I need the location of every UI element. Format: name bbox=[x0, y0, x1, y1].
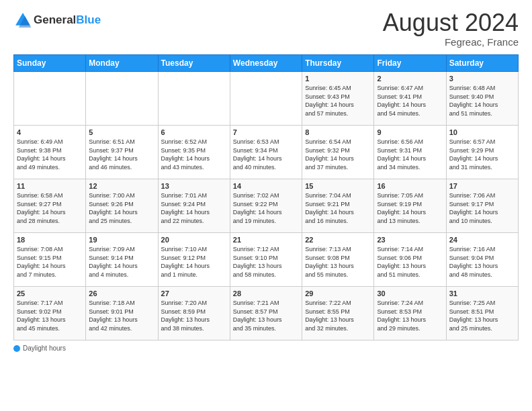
calendar-table: SundayMondayTuesdayWednesdayThursdayFrid… bbox=[13, 54, 519, 340]
week-row-2: 4Sunrise: 6:49 AMSunset: 9:38 PMDaylight… bbox=[14, 126, 519, 179]
day-number: 31 bbox=[449, 289, 515, 298]
day-cell: 27Sunrise: 7:20 AMSunset: 8:59 PMDayligh… bbox=[158, 287, 230, 340]
day-cell: 20Sunrise: 7:10 AMSunset: 9:12 PMDayligh… bbox=[158, 233, 230, 287]
day-info: Sunrise: 6:52 AMSunset: 9:35 PMDaylight:… bbox=[161, 138, 227, 171]
day-info: Sunrise: 7:14 AMSunset: 9:06 PMDaylight:… bbox=[377, 245, 443, 279]
day-cell: 30Sunrise: 7:24 AMSunset: 8:53 PMDayligh… bbox=[374, 287, 446, 340]
day-cell: 11Sunrise: 6:58 AMSunset: 9:27 PMDayligh… bbox=[14, 179, 86, 233]
day-cell: 19Sunrise: 7:09 AMSunset: 9:14 PMDayligh… bbox=[86, 233, 158, 287]
logo: GeneralBlue bbox=[13, 11, 101, 30]
day-cell: 23Sunrise: 7:14 AMSunset: 9:06 PMDayligh… bbox=[374, 233, 446, 287]
day-info: Sunrise: 7:04 AMSunset: 9:21 PMDaylight:… bbox=[305, 191, 371, 225]
day-info: Sunrise: 7:24 AMSunset: 8:53 PMDaylight:… bbox=[377, 299, 443, 332]
day-number: 22 bbox=[305, 236, 371, 244]
day-info: Sunrise: 7:06 AMSunset: 9:17 PMDaylight:… bbox=[449, 191, 515, 225]
day-info: Sunrise: 7:22 AMSunset: 8:55 PMDaylight:… bbox=[305, 299, 371, 332]
day-cell: 16Sunrise: 7:05 AMSunset: 9:19 PMDayligh… bbox=[374, 179, 446, 233]
day-cell: 22Sunrise: 7:13 AMSunset: 9:08 PMDayligh… bbox=[302, 233, 374, 287]
day-number: 15 bbox=[305, 182, 371, 190]
day-info: Sunrise: 7:09 AMSunset: 9:14 PMDaylight:… bbox=[89, 245, 154, 279]
day-number: 12 bbox=[89, 182, 154, 190]
logo-general: General bbox=[34, 13, 76, 26]
day-info: Sunrise: 7:12 AMSunset: 9:10 PMDaylight:… bbox=[233, 245, 299, 279]
week-row-5: 25Sunrise: 7:17 AMSunset: 9:02 PMDayligh… bbox=[14, 287, 519, 340]
day-cell: 12Sunrise: 7:00 AMSunset: 9:26 PMDayligh… bbox=[86, 179, 158, 233]
day-number: 10 bbox=[449, 128, 515, 136]
day-info: Sunrise: 7:05 AMSunset: 9:19 PMDaylight:… bbox=[377, 191, 443, 225]
day-number: 27 bbox=[161, 289, 227, 298]
day-header-thursday: Thursday bbox=[302, 55, 374, 72]
day-cell: 31Sunrise: 7:25 AMSunset: 8:51 PMDayligh… bbox=[446, 287, 518, 340]
day-header-tuesday: Tuesday bbox=[158, 55, 230, 72]
day-info: Sunrise: 7:02 AMSunset: 9:22 PMDaylight:… bbox=[233, 191, 299, 225]
day-cell: 6Sunrise: 6:52 AMSunset: 9:35 PMDaylight… bbox=[158, 126, 230, 179]
daylight-dot bbox=[13, 345, 20, 352]
day-info: Sunrise: 7:10 AMSunset: 9:12 PMDaylight:… bbox=[161, 245, 227, 279]
day-header-saturday: Saturday bbox=[446, 55, 518, 72]
day-cell: 26Sunrise: 7:18 AMSunset: 9:01 PMDayligh… bbox=[86, 287, 158, 340]
day-info: Sunrise: 7:25 AMSunset: 8:51 PMDaylight:… bbox=[449, 299, 515, 332]
day-cell: 18Sunrise: 7:08 AMSunset: 9:15 PMDayligh… bbox=[14, 233, 86, 287]
day-header-sunday: Sunday bbox=[14, 55, 86, 72]
day-number: 2 bbox=[377, 75, 443, 83]
day-number: 26 bbox=[89, 289, 154, 298]
day-cell bbox=[14, 72, 86, 126]
day-cell bbox=[230, 72, 302, 126]
day-number: 5 bbox=[89, 128, 154, 136]
day-cell: 17Sunrise: 7:06 AMSunset: 9:17 PMDayligh… bbox=[446, 179, 518, 233]
day-info: Sunrise: 6:49 AMSunset: 9:38 PMDaylight:… bbox=[17, 138, 83, 171]
day-number: 20 bbox=[161, 236, 227, 244]
day-cell: 8Sunrise: 6:54 AMSunset: 9:32 PMDaylight… bbox=[302, 126, 374, 179]
day-number: 6 bbox=[161, 128, 227, 136]
day-number: 28 bbox=[233, 289, 299, 298]
day-number: 9 bbox=[377, 128, 443, 136]
day-cell: 29Sunrise: 7:22 AMSunset: 8:55 PMDayligh… bbox=[302, 287, 374, 340]
day-info: Sunrise: 6:54 AMSunset: 9:32 PMDaylight:… bbox=[305, 138, 371, 171]
day-info: Sunrise: 6:53 AMSunset: 9:34 PMDaylight:… bbox=[233, 138, 299, 171]
day-number: 4 bbox=[17, 128, 83, 136]
day-number: 1 bbox=[305, 75, 371, 83]
day-info: Sunrise: 6:56 AMSunset: 9:31 PMDaylight:… bbox=[377, 138, 443, 171]
day-header-friday: Friday bbox=[374, 55, 446, 72]
page: GeneralBlue August 2024 Fegreac, France … bbox=[0, 0, 532, 359]
day-number: 21 bbox=[233, 236, 299, 244]
day-cell: 24Sunrise: 7:16 AMSunset: 9:04 PMDayligh… bbox=[446, 233, 518, 287]
day-cell: 25Sunrise: 7:17 AMSunset: 9:02 PMDayligh… bbox=[14, 287, 86, 340]
day-number: 24 bbox=[449, 236, 515, 244]
day-info: Sunrise: 7:00 AMSunset: 9:26 PMDaylight:… bbox=[89, 191, 154, 225]
day-number: 8 bbox=[305, 128, 371, 136]
day-number: 13 bbox=[161, 182, 227, 190]
logo-icon bbox=[13, 11, 32, 30]
day-cell: 21Sunrise: 7:12 AMSunset: 9:10 PMDayligh… bbox=[230, 233, 302, 287]
day-number: 7 bbox=[233, 128, 299, 136]
header: GeneralBlue August 2024 Fegreac, France bbox=[13, 11, 519, 48]
header-row: SundayMondayTuesdayWednesdayThursdayFrid… bbox=[14, 55, 519, 72]
day-cell: 4Sunrise: 6:49 AMSunset: 9:38 PMDaylight… bbox=[14, 126, 86, 179]
day-cell: 3Sunrise: 6:48 AMSunset: 9:40 PMDaylight… bbox=[446, 72, 518, 126]
week-row-3: 11Sunrise: 6:58 AMSunset: 9:27 PMDayligh… bbox=[14, 179, 519, 233]
day-header-monday: Monday bbox=[86, 55, 158, 72]
week-row-1: 1Sunrise: 6:45 AMSunset: 9:43 PMDaylight… bbox=[14, 72, 519, 126]
day-info: Sunrise: 7:21 AMSunset: 8:57 PMDaylight:… bbox=[233, 299, 299, 332]
location: Fegreac, France bbox=[383, 36, 519, 48]
day-cell: 28Sunrise: 7:21 AMSunset: 8:57 PMDayligh… bbox=[230, 287, 302, 340]
day-header-wednesday: Wednesday bbox=[230, 55, 302, 72]
day-cell: 7Sunrise: 6:53 AMSunset: 9:34 PMDaylight… bbox=[230, 126, 302, 179]
day-info: Sunrise: 7:17 AMSunset: 9:02 PMDaylight:… bbox=[17, 299, 83, 332]
day-info: Sunrise: 7:20 AMSunset: 8:59 PMDaylight:… bbox=[161, 299, 227, 332]
day-cell: 1Sunrise: 6:45 AMSunset: 9:43 PMDaylight… bbox=[302, 72, 374, 126]
day-number: 29 bbox=[305, 289, 371, 298]
day-number: 19 bbox=[89, 236, 154, 244]
month-year: August 2024 bbox=[383, 11, 519, 35]
day-cell: 9Sunrise: 6:56 AMSunset: 9:31 PMDaylight… bbox=[374, 126, 446, 179]
day-number: 18 bbox=[17, 236, 83, 244]
day-info: Sunrise: 6:45 AMSunset: 9:43 PMDaylight:… bbox=[305, 84, 371, 118]
logo-blue: Blue bbox=[76, 13, 101, 26]
day-info: Sunrise: 6:48 AMSunset: 9:40 PMDaylight:… bbox=[449, 84, 515, 118]
day-cell: 2Sunrise: 6:47 AMSunset: 9:41 PMDaylight… bbox=[374, 72, 446, 126]
day-info: Sunrise: 7:18 AMSunset: 9:01 PMDaylight:… bbox=[89, 299, 154, 332]
day-cell: 15Sunrise: 7:04 AMSunset: 9:21 PMDayligh… bbox=[302, 179, 374, 233]
day-cell bbox=[158, 72, 230, 126]
day-cell: 13Sunrise: 7:01 AMSunset: 9:24 PMDayligh… bbox=[158, 179, 230, 233]
day-number: 23 bbox=[377, 236, 443, 244]
